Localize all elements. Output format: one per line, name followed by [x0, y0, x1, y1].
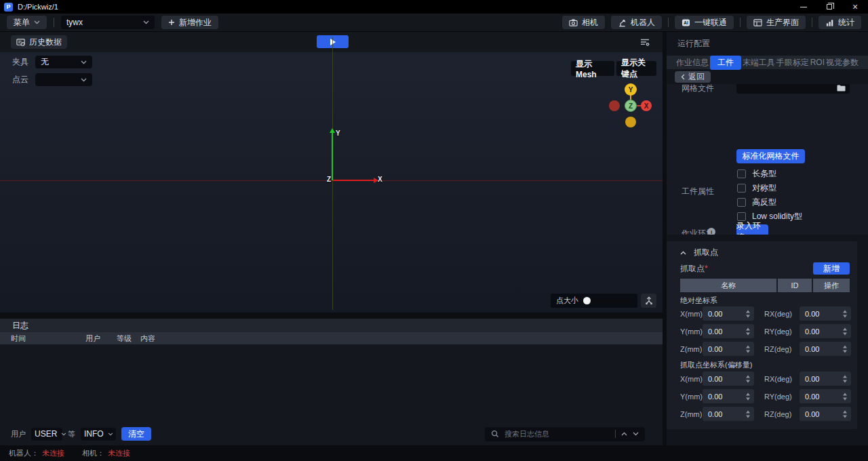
gizmo-x-label: X — [644, 102, 649, 110]
add-grab-point-button[interactable]: 新增 — [813, 262, 850, 275]
abs-rx-input[interactable] — [800, 306, 851, 321]
tab-roi[interactable]: ROI — [810, 58, 825, 67]
checkbox-icon[interactable] — [737, 198, 746, 207]
number-stepper[interactable] — [746, 310, 750, 317]
gizmo-y-ball[interactable]: Y — [625, 83, 637, 96]
log-column-headers: 时间 用户 等级 内容 — [0, 332, 663, 344]
coord-label-rz: RZ(deg) — [764, 410, 795, 418]
number-stepper[interactable] — [843, 393, 847, 400]
tab-hand-eye-calibration[interactable]: 手眼标定 — [776, 57, 809, 68]
off-rx-input[interactable] — [800, 372, 851, 386]
back-button[interactable]: 返回 — [675, 71, 711, 83]
filter-settings-icon — [639, 37, 650, 47]
camera-status-value: 未连接 — [108, 448, 130, 458]
abs-y-input[interactable] — [703, 324, 754, 338]
off-y-input[interactable] — [703, 389, 754, 403]
number-stepper[interactable] — [843, 410, 847, 418]
close-button[interactable]: × — [842, 0, 868, 14]
col-operation[interactable]: 操作 — [813, 279, 850, 292]
abs-rz-input[interactable] — [800, 342, 851, 356]
info-icon[interactable]: i — [707, 228, 715, 235]
orientation-gizmo[interactable]: Y Z X — [610, 85, 651, 125]
checkbox-icon[interactable] — [737, 169, 746, 178]
log-user-select[interactable]: USER — [31, 428, 62, 441]
log-search-input[interactable] — [505, 430, 610, 438]
log-level-select[interactable]: INFO — [81, 428, 116, 441]
menu-button[interactable]: 菜单 — [7, 16, 47, 29]
gizmo-x-negative-ball[interactable] — [609, 100, 620, 111]
col-name[interactable]: 名称 — [680, 279, 776, 292]
gizmo-x-ball[interactable]: X — [641, 100, 652, 111]
restore-button[interactable] — [816, 0, 842, 14]
number-stepper[interactable] — [746, 410, 750, 418]
gizmo-z-ball[interactable]: Z — [625, 100, 637, 112]
normalize-mesh-button[interactable]: 标准化网格文件 — [736, 149, 805, 163]
panel-title: 运行配置 — [667, 32, 868, 49]
fixture-select[interactable]: 无 — [35, 56, 92, 68]
abs-z-input[interactable] — [703, 342, 754, 356]
viewport-3d[interactable]: 历史数据 夹具 无 点云 — [0, 32, 663, 313]
point-size-slider-thumb[interactable] — [583, 297, 591, 304]
job-select[interactable]: tywx — [61, 16, 155, 29]
number-stepper[interactable] — [843, 345, 847, 353]
tab-workpiece[interactable]: 工件 — [710, 56, 741, 70]
ai-badge-icon: AI — [682, 18, 690, 27]
checkbox-label: 对称型 — [752, 182, 776, 194]
history-data-button[interactable]: 历史数据 — [11, 35, 67, 49]
show-mesh-button[interactable]: 显示Mesh — [571, 61, 614, 76]
history-data-icon — [16, 38, 25, 47]
grab-point-section-header[interactable]: 抓取点 — [680, 247, 718, 258]
tab-vision-params[interactable]: 视觉参数 — [826, 57, 859, 68]
off-z-input[interactable] — [703, 407, 754, 421]
checkbox-long-strip[interactable]: 长条型 — [737, 168, 776, 180]
abs-ry-input[interactable] — [800, 324, 851, 338]
mesh-file-input[interactable] — [736, 84, 850, 94]
off-x-input[interactable] — [703, 372, 754, 386]
number-stepper[interactable] — [746, 393, 750, 400]
config-tabs: 作业信息 工件 末端工具 手眼标定 ROI 视觉参数 — [667, 56, 868, 69]
folder-icon[interactable] — [837, 85, 846, 92]
number-stepper[interactable] — [746, 375, 750, 382]
coord-label-rz: RZ(deg) — [764, 345, 795, 353]
statistics-button[interactable]: 统计 — [818, 16, 861, 29]
number-stepper[interactable] — [746, 345, 750, 353]
robot-button[interactable]: 机器人 — [611, 16, 662, 29]
coord-row: X(mm) RX(deg) — [680, 372, 851, 386]
search-prev-icon[interactable] — [621, 432, 627, 436]
number-stepper[interactable] — [843, 375, 847, 382]
off-rz-input[interactable] — [800, 407, 851, 421]
number-stepper[interactable] — [746, 327, 750, 335]
log-body[interactable] — [0, 344, 663, 426]
production-view-button[interactable]: 生产界面 — [747, 16, 806, 29]
mesh-file-value[interactable] — [741, 84, 837, 92]
log-user-select-value: USER — [35, 429, 57, 439]
clear-log-button[interactable]: 清空 — [121, 427, 151, 441]
col-id[interactable]: ID — [778, 279, 812, 292]
new-job-button[interactable]: 新增作业 — [161, 16, 218, 29]
abs-x-input[interactable] — [703, 306, 754, 321]
number-stepper[interactable] — [843, 310, 847, 317]
pointcloud-select[interactable] — [35, 73, 92, 86]
checkbox-high-reflective[interactable]: 高反型 — [737, 197, 776, 208]
search-next-icon[interactable] — [633, 432, 639, 436]
display-settings-button[interactable] — [637, 35, 652, 49]
show-keypoints-button[interactable]: 显示关键点 — [616, 61, 656, 76]
checkbox-symmetric[interactable]: 对称型 — [737, 182, 776, 194]
camera-button[interactable]: 相机 — [562, 16, 605, 29]
gizmo-y-negative-ball[interactable] — [625, 117, 636, 127]
coord-label-y: Y(mm) — [680, 393, 703, 401]
tab-job-info[interactable]: 作业信息 — [676, 57, 709, 68]
coord-label-rx: RX(deg) — [764, 310, 795, 318]
number-stepper[interactable] — [843, 327, 847, 335]
minimize-button[interactable] — [791, 0, 816, 14]
point-size-slider[interactable] — [583, 299, 632, 303]
chevron-down-icon — [61, 433, 66, 436]
show-keypoints-label: 显示关键点 — [621, 57, 652, 80]
ai-connect-button[interactable]: AI 一键联通 — [675, 16, 734, 29]
capture-env-button[interactable]: 录入环境 — [736, 224, 768, 235]
tab-end-tool[interactable]: 末端工具 — [743, 57, 775, 68]
view-direction-button[interactable] — [641, 294, 656, 308]
checkbox-icon[interactable] — [737, 184, 746, 193]
chevron-up-icon — [680, 251, 686, 255]
off-ry-input[interactable] — [800, 389, 851, 403]
